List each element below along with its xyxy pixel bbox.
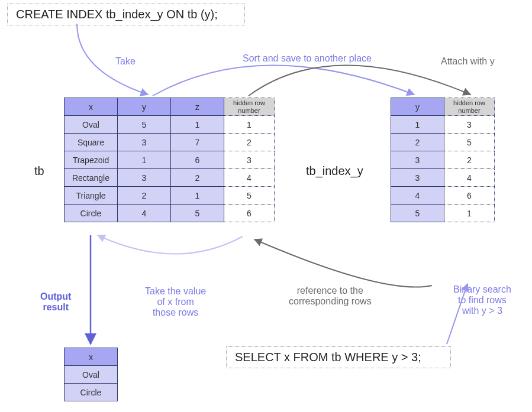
label-binary: Binary search to find rows with y > 3 [453, 284, 511, 316]
tb-cell: 6 [171, 151, 224, 169]
arrow-reference [254, 239, 432, 287]
tb-cell: Square [65, 134, 118, 151]
tb-cell: 1 [171, 116, 224, 134]
tb-cell: 7 [171, 134, 224, 151]
label-take: Take [115, 56, 136, 67]
tb-cell: 2 [118, 187, 171, 205]
table-row: Oval511 [65, 116, 275, 134]
tb-hidden-cell: 6 [224, 205, 275, 222]
label-tb-name: tb [34, 164, 44, 178]
sql-select-box: SELECT x FROM tb WHERE y > 3; [226, 346, 451, 368]
idx-header-y: y [391, 98, 444, 116]
label-take-x: Take the value of x from those rows [145, 286, 206, 318]
tb-cell: 2 [171, 169, 224, 187]
sql-create-box: CREATE INDEX tb_index_y ON tb (y); [7, 4, 245, 25]
tb-hidden-cell: 3 [224, 151, 275, 169]
table-result-header-row: x [65, 348, 118, 366]
idx-hidden-cell: 5 [444, 134, 495, 151]
table-index: y hidden row number 13 25 32 34 46 51 [391, 98, 495, 222]
tb-header-z: z [171, 98, 224, 116]
tb-cell: 5 [171, 205, 224, 222]
tb-cell: 5 [118, 116, 171, 134]
idx-cell: 3 [391, 169, 444, 187]
tb-hidden-cell: 5 [224, 187, 275, 205]
result-cell: Oval [65, 366, 118, 384]
table-row: Oval [65, 366, 118, 384]
tb-cell: 3 [118, 169, 171, 187]
label-attach: Attach with y [441, 56, 495, 67]
idx-hidden-cell: 6 [444, 187, 495, 205]
arrow-take-x [98, 235, 243, 254]
idx-hidden-cell: 2 [444, 151, 495, 169]
idx-cell: 1 [391, 116, 444, 134]
table-row: 25 [391, 134, 495, 151]
arrow-attach [249, 65, 470, 96]
label-idx-name: tb_index_y [306, 164, 363, 178]
table-row: 32 [391, 151, 495, 169]
tb-cell: Oval [65, 116, 118, 134]
table-row: Triangle215 [65, 187, 275, 205]
table-row: 34 [391, 169, 495, 187]
tb-hidden-cell: 2 [224, 134, 275, 151]
table-tb-header-row: x y z hidden row number [65, 98, 275, 116]
table-row: Circle456 [65, 205, 275, 222]
tb-hidden-cell: 1 [224, 116, 275, 134]
tb-cell: Triangle [65, 187, 118, 205]
idx-header-hidden: hidden row number [444, 98, 495, 116]
tb-cell: 1 [118, 151, 171, 169]
idx-hidden-cell: 3 [444, 116, 495, 134]
tb-header-x: x [65, 98, 118, 116]
result-header: x [65, 348, 118, 366]
idx-cell: 2 [391, 134, 444, 151]
tb-cell: Rectangle [65, 169, 118, 187]
table-row: 13 [391, 116, 495, 134]
label-sort-save: Sort and save to another place [243, 53, 372, 64]
idx-hidden-cell: 1 [444, 205, 495, 222]
table-row: Rectangle324 [65, 169, 275, 187]
idx-cell: 4 [391, 187, 444, 205]
table-index-header-row: y hidden row number [391, 98, 495, 116]
tb-cell: 3 [118, 134, 171, 151]
idx-cell: 3 [391, 151, 444, 169]
sql-create-text: CREATE INDEX tb_index_y ON tb (y); [16, 8, 218, 21]
tb-cell: 1 [171, 187, 224, 205]
table-result: x Oval Circle [64, 348, 118, 401]
idx-hidden-cell: 4 [444, 169, 495, 187]
table-row: Square372 [65, 134, 275, 151]
table-tb: x y z hidden row number Oval511 Square37… [64, 98, 275, 222]
tb-cell: Trapezoid [65, 151, 118, 169]
table-row: 46 [391, 187, 495, 205]
tb-hidden-cell: 4 [224, 169, 275, 187]
result-cell: Circle [65, 384, 118, 401]
arrow-take [77, 24, 148, 95]
table-row: Trapezoid163 [65, 151, 275, 169]
label-output: Output result [40, 291, 71, 313]
sql-select-text: SELECT x FROM tb WHERE y > 3; [235, 351, 421, 364]
table-row: Circle [65, 384, 118, 401]
table-row: 51 [391, 205, 495, 222]
arrow-sort-save [153, 65, 414, 96]
idx-cell: 5 [391, 205, 444, 222]
tb-header-y: y [118, 98, 171, 116]
tb-cell: 4 [118, 205, 171, 222]
tb-header-hidden: hidden row number [224, 98, 275, 116]
label-reference: reference to the corresponding rows [289, 286, 372, 307]
tb-cell: Circle [65, 205, 118, 222]
